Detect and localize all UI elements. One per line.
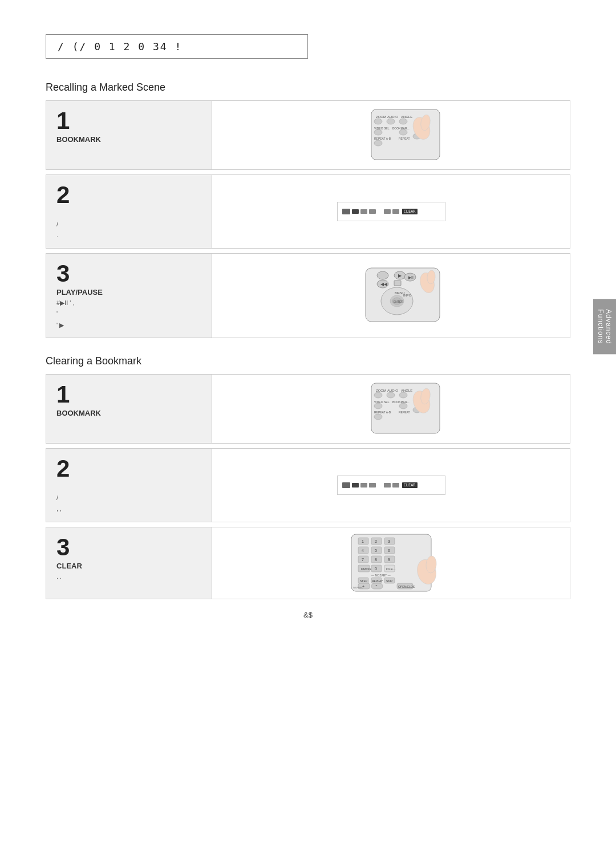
svg-text:AUDIO: AUDIO xyxy=(387,389,398,392)
step-desc2: ' xyxy=(56,310,201,318)
step-number: 3 xyxy=(56,535,201,559)
svg-text:TV/VIDEO: TV/VIDEO xyxy=(352,586,363,589)
svg-point-6 xyxy=(399,119,407,124)
step-desc2: . xyxy=(56,231,201,239)
step-number: 3 xyxy=(56,262,201,286)
osd-display-2: CLEAR xyxy=(337,476,445,495)
clear-step-1: 1 BOOKMARK ZOOM AUDIO ANGLE VIDEO SEL. B… xyxy=(46,374,570,444)
recall-step-1-left: 1 BOOKMARK xyxy=(46,101,212,169)
display-box: / (/ 0 1 2 0 34 ! xyxy=(46,34,308,59)
clear-step-2-image: CLEAR xyxy=(212,449,570,522)
osd-clear: CLEAR xyxy=(402,209,418,214)
recall-step-3-left: 3 PLAY/PAUSE #▶II ' , ' ' ▶ xyxy=(46,254,212,338)
page-number: &$ xyxy=(46,611,570,619)
osd-seg-2 xyxy=(360,483,367,488)
osd-clear-2: CLEAR xyxy=(402,482,418,488)
step-desc3: ' ▶ xyxy=(56,321,201,330)
step-desc2: , , xyxy=(56,505,201,513)
clearing-section: Clearing a Bookmark 1 BOOKMARK ZOOM AUDI… xyxy=(46,355,570,599)
recalling-title: Recalling a Marked Scene xyxy=(46,82,570,94)
svg-text:REPLAY: REPLAY xyxy=(372,579,383,583)
svg-text:VIDEO SEL.: VIDEO SEL. xyxy=(374,127,390,130)
osd-seg-5 xyxy=(392,209,399,214)
svg-text:2: 2 xyxy=(375,539,377,543)
osd-display: CLEAR xyxy=(337,202,445,221)
svg-text:5: 5 xyxy=(375,549,377,552)
sidebar-tab: AdvancedFunctions xyxy=(593,299,616,354)
osd-seg-5 xyxy=(392,483,399,488)
recalling-section: Recalling a Marked Scene 1 BOOKMARK ZOOM… xyxy=(46,82,570,338)
clear-step-1-image: ZOOM AUDIO ANGLE VIDEO SEL. BOOKMAR... R… xyxy=(212,375,570,443)
osd-seg-4 xyxy=(384,483,391,488)
svg-text:— MOZART —: — MOZART — xyxy=(371,574,391,577)
sidebar-label: AdvancedFunctions xyxy=(597,309,613,344)
svg-text:▶: ▶ xyxy=(398,273,402,278)
numpad-remote-svg: 1 2 3 4 5 6 7 8 9 xyxy=(334,533,448,593)
svg-text:INFO: INFO xyxy=(403,294,412,297)
svg-point-45 xyxy=(399,403,407,409)
svg-text:▶II: ▶II xyxy=(408,275,414,279)
svg-point-44 xyxy=(374,403,382,409)
step-desc: / xyxy=(56,220,201,229)
clear-step-1-left: 1 BOOKMARK xyxy=(46,375,212,443)
step-desc: . . xyxy=(56,572,201,581)
svg-text:PROG: PROG xyxy=(361,567,371,571)
osd-seg-3 xyxy=(369,483,376,488)
svg-point-13 xyxy=(374,140,382,146)
svg-text:3: 3 xyxy=(388,539,390,543)
step-number: 2 xyxy=(56,183,201,207)
osd-seg-2 xyxy=(360,209,367,214)
svg-text:SKIP: SKIP xyxy=(386,579,393,583)
svg-text:ANGLE: ANGLE xyxy=(401,389,412,392)
svg-text:9: 9 xyxy=(388,558,390,562)
svg-text:7: 7 xyxy=(362,558,364,562)
clear-step-2: 2 / , , CLEAR xyxy=(46,448,570,522)
recall-step-3-image: ▶ ▶II ◀◀ ▲ MENU INFO xyxy=(212,254,570,338)
clearing-title: Clearing a Bookmark xyxy=(46,355,570,367)
svg-point-10 xyxy=(399,129,407,135)
step-number: 2 xyxy=(56,457,201,481)
svg-point-4 xyxy=(374,119,382,124)
bookmark-remote-svg: ZOOM AUDIO ANGLE VIDEO SEL. BOOKMAR... R… xyxy=(337,107,445,164)
svg-text:BOOKMAR...: BOOKMAR... xyxy=(392,127,410,130)
osd-icon xyxy=(342,482,350,488)
recall-step-1: 1 BOOKMARK ZOOM AUDIO ANGLE VIDEO SEL. B… xyxy=(46,100,570,170)
svg-text:REPEAT A-B: REPEAT A-B xyxy=(374,411,391,414)
svg-point-5 xyxy=(387,119,395,124)
svg-text:ZOOM: ZOOM xyxy=(376,115,386,119)
svg-text:8: 8 xyxy=(375,558,377,562)
recall-step-1-image: ZOOM AUDIO ANGLE VIDEO SEL. BOOKMAR... R… xyxy=(212,101,570,169)
svg-text:BOOKMAR...: BOOKMAR... xyxy=(392,400,410,404)
svg-rect-21 xyxy=(394,281,401,286)
bookmark-remote-svg-2: ZOOM AUDIO ANGLE VIDEO SEL. BOOKMAR... R… xyxy=(337,380,445,437)
svg-text:CLE...: CLE... xyxy=(386,567,396,571)
svg-text:OPEN/CLOS: OPEN/CLOS xyxy=(398,585,415,588)
svg-point-39 xyxy=(374,392,382,398)
clear-step-3-image: 1 2 3 4 5 6 7 8 9 xyxy=(212,527,570,599)
recall-step-3: 3 PLAY/PAUSE #▶II ' , ' ' ▶ ▶ xyxy=(46,253,570,338)
clear-step-2-left: 2 / , , xyxy=(46,449,212,522)
svg-text:REPEAT A-B: REPEAT A-B xyxy=(374,137,391,140)
step-label: BOOKMARK xyxy=(56,135,201,144)
svg-text:0: 0 xyxy=(375,567,377,571)
svg-text:REPEAT: REPEAT xyxy=(399,137,410,140)
svg-text:VIDEO SEL.: VIDEO SEL. xyxy=(374,400,390,404)
svg-text:4: 4 xyxy=(362,549,364,552)
svg-text:AUDIO: AUDIO xyxy=(387,115,398,119)
svg-text:⌃: ⌃ xyxy=(375,584,378,588)
recall-step-2-image: CLEAR xyxy=(212,175,570,248)
playback-remote-svg: ▶ ▶II ◀◀ ▲ MENU INFO xyxy=(337,267,445,324)
svg-point-18 xyxy=(377,271,388,279)
clear-step-3-left: 3 CLEAR . . xyxy=(46,527,212,599)
step-number: 1 xyxy=(56,383,201,407)
svg-point-41 xyxy=(399,392,407,398)
svg-text:1: 1 xyxy=(362,539,364,543)
svg-point-40 xyxy=(387,392,395,398)
step-label xyxy=(56,483,201,491)
recall-step-2: 2 / . CLEAR xyxy=(46,174,570,249)
clear-step-3: 3 CLEAR . . 1 2 3 4 5 xyxy=(46,527,570,599)
step-label: BOOKMARK xyxy=(56,409,201,417)
svg-point-9 xyxy=(374,129,382,135)
recall-step-2-left: 2 / . xyxy=(46,175,212,248)
svg-text:STEP: STEP xyxy=(360,579,368,583)
